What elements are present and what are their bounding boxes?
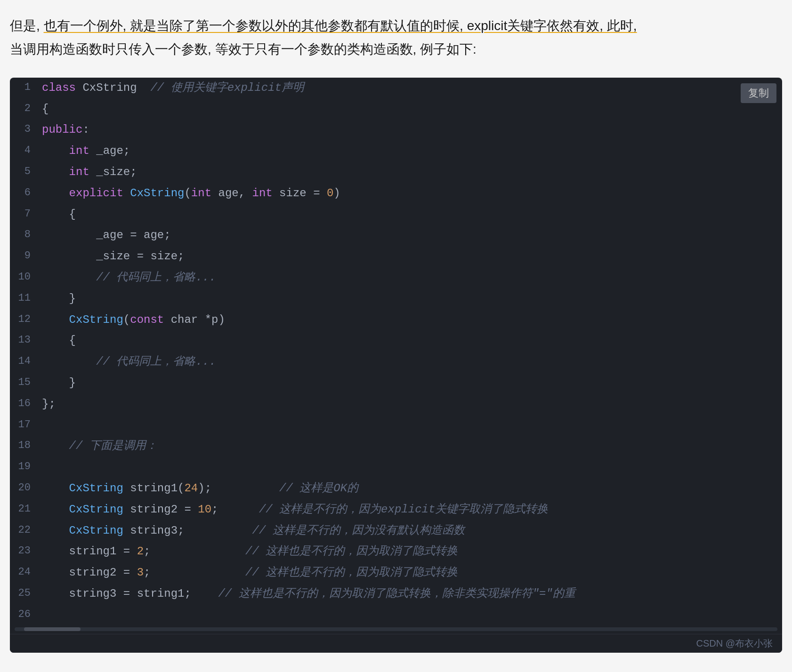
line-number: 13 — [10, 330, 38, 352]
table-row: 16}; — [10, 394, 782, 415]
table-row: 12 CxString(const char *p) — [10, 310, 782, 331]
line-number: 18 — [10, 436, 38, 457]
token: // 这样也是不行的，因为取消了隐式转换 — [245, 566, 458, 579]
token: // 使用关键字explicit声明 — [150, 81, 304, 94]
token: { — [42, 103, 48, 115]
table-row: 14 // 代码同上，省略... — [10, 352, 782, 373]
token — [42, 524, 69, 537]
token: // 这样是不行的，因为没有默认构造函数 — [252, 524, 464, 537]
token: explicit — [69, 187, 123, 200]
line-number: 14 — [10, 352, 38, 373]
token: ( — [184, 187, 191, 200]
line-number: 23 — [10, 541, 38, 562]
token — [42, 313, 69, 326]
line-content: }; — [38, 394, 782, 415]
token: 10 — [198, 503, 211, 516]
line-number: 15 — [10, 373, 38, 394]
table-row: 22 CxString string3; // 这样是不行的，因为没有默认构造函… — [10, 520, 782, 542]
line-content: // 代码同上，省略... — [38, 352, 782, 373]
token: int — [69, 166, 89, 178]
line-number: 22 — [10, 520, 38, 542]
token: // 这样也是不行的，因为取消了隐式转换 — [245, 545, 458, 558]
line-number: 6 — [10, 183, 38, 204]
line-number: 11 — [10, 288, 38, 310]
token: // 代码同上，省略... — [96, 355, 216, 368]
token: ; — [144, 566, 245, 579]
scrollbar-thumb[interactable] — [24, 627, 81, 631]
token: // 这样是不行的，因为explicit关键字取消了隐式转换 — [259, 503, 548, 516]
token: // 这样也是不行的，因为取消了隐式转换，除非类实现操作符"="的重 — [218, 587, 575, 600]
line-content: CxString string2 = 10; // 这样是不行的，因为expli… — [38, 499, 782, 520]
token: string3 = string1; — [42, 587, 218, 600]
line-content: class CxString // 使用关键字explicit声明 — [38, 78, 782, 99]
token: _size; — [89, 166, 137, 178]
token — [42, 440, 69, 452]
line-content: // 代码同上，省略... — [38, 267, 782, 288]
token: } — [42, 376, 76, 389]
line-content: CxString string3; // 这样是不行的，因为没有默认构造函数 — [38, 520, 782, 542]
line-number: 8 — [10, 225, 38, 246]
line-number: 26 — [10, 605, 38, 626]
table-row: 4 int _age; — [10, 141, 782, 162]
token: _age = age; — [42, 229, 171, 241]
table-row: 1class CxString // 使用关键字explicit声明 — [10, 78, 782, 99]
token: { — [42, 334, 76, 347]
token — [42, 144, 69, 157]
underlined-text: 也有一个例外, 就是当除了第一个参数以外的其他参数都有默认值的时候, expli… — [44, 18, 637, 33]
token: size = — [273, 187, 327, 200]
line-content: _age = age; — [38, 225, 782, 246]
table-row: 3public: — [10, 120, 782, 141]
token: ( — [123, 313, 130, 326]
table-row: 10 // 代码同上，省略... — [10, 267, 782, 288]
line-number: 24 — [10, 562, 38, 584]
line-number: 25 — [10, 584, 38, 605]
token: string1 = — [42, 545, 137, 558]
token: ; — [211, 503, 259, 516]
token: string1( — [123, 482, 185, 495]
table-row: 6 explicit CxString(int age, int size = … — [10, 183, 782, 204]
scrollbar-track[interactable] — [15, 627, 777, 631]
token: 2 — [137, 545, 144, 558]
line-number: 16 — [10, 394, 38, 415]
token: 0 — [327, 187, 333, 200]
line-number: 1 — [10, 78, 38, 99]
token: CxString — [76, 81, 150, 94]
line-content: { — [38, 99, 782, 120]
token: int — [69, 144, 89, 157]
line-content: { — [38, 330, 782, 352]
table-row: 5 int _size; — [10, 162, 782, 183]
table-row: 19 — [10, 457, 782, 478]
token: const — [130, 313, 164, 326]
table-row: 15 } — [10, 373, 782, 394]
line-number: 5 — [10, 162, 38, 183]
line-content: string1 = 2; // 这样也是不行的，因为取消了隐式转换 — [38, 541, 782, 562]
token: age, — [211, 187, 252, 200]
scrollbar-area[interactable] — [10, 627, 782, 634]
token: // 代码同上，省略... — [96, 271, 216, 284]
code-block: 复制 1class CxString // 使用关键字explicit声明2{3… — [10, 78, 782, 653]
token: int — [191, 187, 211, 200]
token: } — [42, 292, 76, 305]
token — [42, 503, 69, 516]
token: 24 — [184, 482, 198, 495]
table-row: 21 CxString string2 = 10; // 这样是不行的，因为ex… — [10, 499, 782, 520]
line-content: _size = size; — [38, 246, 782, 267]
table-row: 26 — [10, 605, 782, 626]
line-content — [38, 457, 782, 478]
token: string2 = — [42, 566, 137, 579]
line-content — [38, 415, 782, 436]
line-content: // 下面是调用： — [38, 436, 782, 457]
line-number: 17 — [10, 415, 38, 436]
line-number: 9 — [10, 246, 38, 267]
line-content: string2 = 3; // 这样也是不行的，因为取消了隐式转换 — [38, 562, 782, 584]
footer-bar: CSDN @布衣小张 — [10, 634, 782, 653]
footer-text: CSDN @布衣小张 — [696, 638, 773, 648]
token: ) — [333, 187, 340, 200]
token: ); — [198, 482, 279, 495]
token: CxString — [69, 503, 123, 516]
table-row: 18 // 下面是调用： — [10, 436, 782, 457]
copy-button[interactable]: 复制 — [741, 83, 776, 103]
line-number: 19 — [10, 457, 38, 478]
token: _size = size; — [42, 250, 184, 263]
line-number: 4 — [10, 141, 38, 162]
